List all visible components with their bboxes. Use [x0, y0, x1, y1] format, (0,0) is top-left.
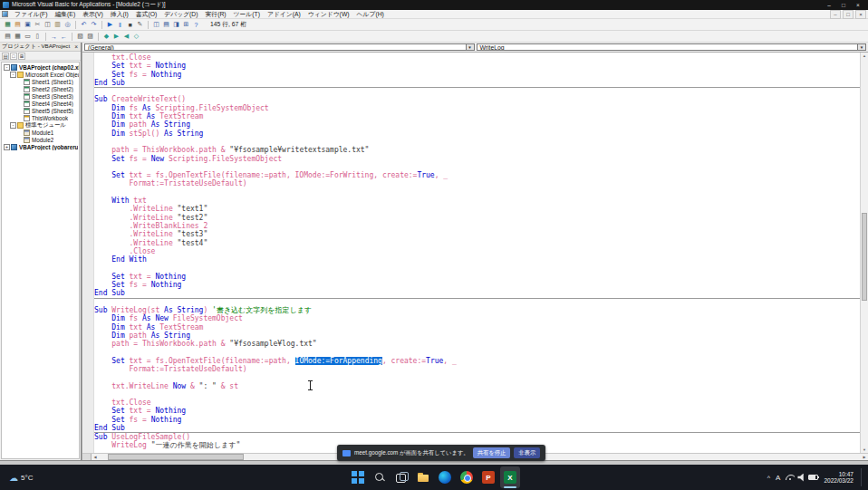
scroll-left-icon[interactable]: ◀ — [92, 454, 99, 460]
tree-item[interactable]: -VBAProject (chap02.xls — [2, 63, 79, 71]
code-line[interactable]: Set txt = fs.OpenTextFile(filename:=path… — [94, 357, 860, 365]
start-button[interactable] — [348, 466, 368, 488]
toggle-bookmark-icon[interactable]: ◆ — [102, 32, 111, 42]
code-line[interactable]: Dim txt As TextStream — [94, 323, 860, 331]
quick-settings-button[interactable] — [786, 474, 818, 482]
code-line[interactable]: Set fs = Nothing — [94, 416, 860, 424]
object-dropdown[interactable]: (General) ▼ — [84, 43, 475, 51]
insert-userform-icon[interactable]: ▤ — [14, 20, 23, 30]
child-close-button[interactable]: × — [855, 10, 866, 19]
code-line[interactable]: Dim stSpl() As String — [94, 130, 860, 138]
tree-item[interactable]: Sheet5 (Sheet5) — [2, 107, 79, 114]
code-line[interactable]: Set txt = fs.OpenTextFile(filename:=path… — [94, 171, 860, 179]
code-line[interactable]: End Sub — [94, 424, 860, 432]
code-line[interactable] — [94, 163, 860, 171]
tree-item[interactable]: Module1 — [2, 129, 79, 136]
code-line[interactable]: path = ThisWorkbook.path & "¥fsosample¥w… — [94, 146, 860, 154]
design-mode-icon[interactable]: ✎ — [136, 20, 145, 30]
tree-expander-icon[interactable]: - — [10, 122, 16, 129]
code-line[interactable]: End Sub — [94, 289, 860, 297]
toggle-folders-icon[interactable]: ⊞ — [18, 53, 25, 60]
code-line[interactable] — [94, 373, 860, 381]
view-object-icon[interactable]: □ — [10, 53, 17, 60]
code-line[interactable]: Sub UseLogFileSample() — [94, 432, 860, 440]
code-line[interactable]: txt.Close — [94, 399, 860, 407]
undo-icon[interactable]: ↶ — [80, 20, 89, 30]
menu-item[interactable]: 挿入(I) — [107, 10, 132, 19]
code-line[interactable]: .WriteBlankLines 2 — [94, 222, 860, 230]
save-icon[interactable]: ▣ — [24, 20, 33, 30]
hide-banner-button[interactable]: 非表示 — [514, 447, 540, 458]
code-line[interactable]: Dim path As String — [94, 120, 860, 129]
code-line[interactable]: Dim fs As Scripting.FileSystemObject — [94, 104, 860, 112]
break-icon[interactable]: ‖ — [116, 20, 125, 30]
tree-item[interactable]: Sheet4 (Sheet4) — [2, 100, 79, 107]
tree-item[interactable]: Sheet3 (Sheet3) — [2, 92, 79, 100]
code-line[interactable] — [94, 188, 860, 197]
copy-icon[interactable]: ◫ — [43, 20, 53, 30]
project-explorer-icon[interactable]: ◫ — [152, 20, 161, 30]
code-line[interactable]: Set fs = Nothing — [94, 71, 860, 79]
menu-item[interactable]: ウィンドウ(W) — [304, 10, 353, 19]
code-line[interactable]: txt.WriteLine Now & ": " & st — [94, 382, 860, 390]
child-minimize-button[interactable]: – — [830, 10, 841, 19]
code-line[interactable] — [94, 390, 860, 399]
code-line[interactable]: path = ThisWorkbook.path & "¥fsosample¥l… — [94, 340, 860, 348]
code-line[interactable]: Sub CreateWriteText() — [94, 95, 860, 103]
tree-item[interactable]: Module2 — [2, 136, 79, 143]
code-line[interactable]: Set txt = Nothing — [94, 273, 860, 281]
tree-item[interactable]: -標準モジュール — [2, 121, 79, 129]
stop-sharing-button[interactable]: 共有を停止 — [473, 447, 511, 458]
show-desktop-button[interactable] — [861, 468, 863, 486]
view-excel-icon[interactable]: ▦ — [4, 20, 13, 30]
outdent-icon[interactable]: ← — [60, 32, 69, 42]
tree-item[interactable]: ThisWorkbook — [2, 114, 79, 121]
clock-button[interactable]: 10:47 2022/03/22 — [824, 471, 854, 485]
view-code-icon[interactable]: ▤ — [2, 53, 9, 60]
menu-item[interactable]: ファイル(F) — [11, 10, 52, 19]
chevron-down-icon[interactable]: ▼ — [857, 44, 865, 50]
code-line[interactable]: .Close — [94, 247, 860, 255]
comment-block-icon[interactable]: ▧ — [76, 32, 85, 42]
code-lines[interactable]: txt.Close Set txt = Nothing Set fs = Not… — [94, 53, 860, 453]
menu-item[interactable]: 編集(E) — [52, 10, 80, 19]
find-icon[interactable]: ◎ — [63, 20, 72, 30]
code-line[interactable]: Format:=TristateUseDefault) — [94, 365, 860, 373]
menu-item[interactable]: 書式(O) — [132, 10, 160, 19]
menu-item[interactable]: デバッグ(D) — [160, 10, 201, 19]
code-line[interactable]: txt.Close — [94, 53, 860, 62]
list-properties-icon[interactable]: ▤ — [4, 32, 13, 42]
file-explorer-button[interactable] — [413, 466, 433, 488]
tree-expander-icon[interactable]: - — [4, 64, 10, 71]
code-line[interactable]: Set fs = New Scripting.FileSystemObject — [94, 155, 860, 163]
tree-item[interactable]: Sheet2 (Sheet2) — [2, 85, 79, 92]
paste-icon[interactable]: ▥ — [53, 20, 63, 30]
code-line[interactable]: .WriteLine "test4" — [94, 239, 860, 247]
close-button[interactable]: × — [851, 2, 865, 8]
hidden-icons-chevron-icon[interactable]: ^ — [767, 475, 770, 481]
code-line[interactable] — [94, 138, 860, 146]
clear-bookmarks-icon[interactable]: ◇ — [132, 32, 141, 42]
code-line[interactable] — [94, 264, 860, 272]
tree-item[interactable]: Sheet1 (Sheet1) — [2, 78, 79, 85]
maximize-button[interactable]: □ — [836, 2, 851, 8]
menu-item[interactable]: 表示(V) — [79, 10, 107, 19]
cut-icon[interactable]: ✂ — [34, 20, 43, 30]
code-line[interactable]: Dim txt As TextStream — [94, 112, 860, 120]
next-bookmark-icon[interactable]: ▶ — [112, 32, 121, 42]
menu-item[interactable]: ツール(T) — [230, 10, 264, 19]
ime-indicator[interactable]: A — [776, 474, 780, 482]
code-line[interactable] — [94, 298, 860, 306]
weather-widget[interactable]: ☁ 5°C — [0, 473, 42, 483]
redo-icon[interactable]: ↷ — [90, 20, 99, 30]
code-line[interactable]: Format:=TristateUseDefault) — [94, 179, 860, 187]
vertical-scrollbar-thumb[interactable] — [862, 213, 867, 301]
powerpoint-button[interactable]: P — [478, 466, 498, 488]
code-line[interactable] — [94, 348, 860, 356]
splitter-box[interactable] — [82, 454, 92, 460]
toolbox-icon[interactable]: ⊞ — [182, 20, 191, 30]
breakpoint-margin[interactable] — [82, 53, 94, 453]
help-icon[interactable]: ? — [192, 20, 201, 30]
parameter-info-icon[interactable]: ▯ — [34, 32, 43, 42]
reset-icon[interactable]: ■ — [126, 20, 135, 30]
